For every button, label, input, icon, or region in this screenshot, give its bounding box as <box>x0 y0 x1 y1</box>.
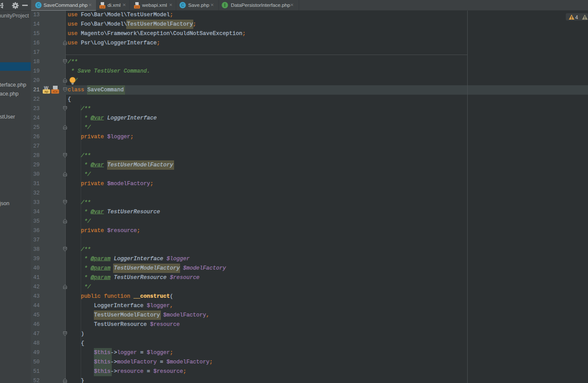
svg-text:ap: ap <box>44 90 48 93</box>
svg-text:<>: <> <box>100 5 105 9</box>
svg-text:<>: <> <box>135 5 139 9</box>
svg-text:I: I <box>224 3 226 8</box>
svg-text:C: C <box>37 3 40 8</box>
svg-text:C: C <box>181 3 184 8</box>
svg-text:<>: <> <box>53 90 58 94</box>
